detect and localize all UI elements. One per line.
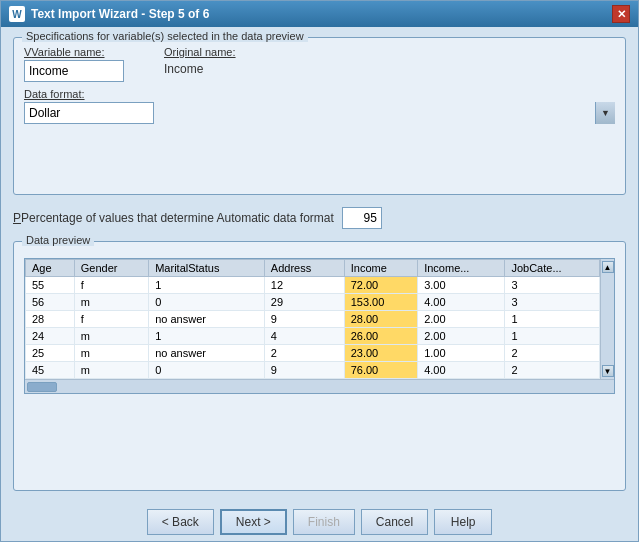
- variable-name-col: VVariable name:: [24, 46, 124, 82]
- column-header: Income: [344, 260, 417, 277]
- table-row: 28fno answer928.002.001: [26, 311, 600, 328]
- select-arrow-icon: ▼: [595, 102, 615, 124]
- spec-name-row: VVariable name: Original name: Income: [24, 46, 615, 82]
- data-table-container: AgeGenderMaritalStatusAddressIncomeIncom…: [24, 258, 615, 394]
- table-cell: no answer: [149, 345, 265, 362]
- original-name-value: Income: [164, 60, 236, 78]
- table-cell: 0: [149, 294, 265, 311]
- table-cell: 26.00: [344, 328, 417, 345]
- table-cell: 2.00: [418, 328, 505, 345]
- table-cell: 1: [149, 277, 265, 294]
- close-button[interactable]: ✕: [612, 5, 630, 23]
- table-cell: m: [74, 328, 148, 345]
- column-header: MaritalStatus: [149, 260, 265, 277]
- table-cell: 153.00: [344, 294, 417, 311]
- table-cell: m: [74, 362, 148, 379]
- table-cell: 4.00: [418, 294, 505, 311]
- table-cell: 3.00: [418, 277, 505, 294]
- table-row: 55f11272.003.003: [26, 277, 600, 294]
- table-cell: 1: [505, 311, 600, 328]
- original-name-col: Original name: Income: [164, 46, 236, 82]
- table-cell: 28: [26, 311, 75, 328]
- spec-spacer: [24, 124, 615, 184]
- table-cell: 2: [505, 362, 600, 379]
- table-cell: 3: [505, 294, 600, 311]
- table-cell: 45: [26, 362, 75, 379]
- data-format-select[interactable]: Dollar Numeric String Date Custom: [24, 102, 154, 124]
- original-name-label: Original name:: [164, 46, 236, 58]
- horizontal-scrollbar[interactable]: [25, 379, 614, 393]
- table-cell: 1.00: [418, 345, 505, 362]
- table-scroll-container: AgeGenderMaritalStatusAddressIncomeIncom…: [25, 259, 614, 379]
- titlebar: W Text Import Wizard - Step 5 of 6 ✕: [1, 1, 638, 27]
- table-cell: f: [74, 277, 148, 294]
- table-cell: 76.00: [344, 362, 417, 379]
- percentage-input[interactable]: [342, 207, 382, 229]
- table-row: 45m0976.004.002: [26, 362, 600, 379]
- back-button[interactable]: < Back: [147, 509, 214, 535]
- table-row: 25mno answer223.001.002: [26, 345, 600, 362]
- window-title: Text Import Wizard - Step 5 of 6: [31, 7, 209, 21]
- table-cell: 4.00: [418, 362, 505, 379]
- preview-group: Data preview AgeGenderMaritalStatusAddre…: [13, 241, 626, 491]
- table-cell: 2: [264, 345, 344, 362]
- next-button[interactable]: Next >: [220, 509, 287, 535]
- titlebar-left: W Text Import Wizard - Step 5 of 6: [9, 6, 209, 22]
- data-table: AgeGenderMaritalStatusAddressIncomeIncom…: [25, 259, 600, 379]
- scroll-down-button[interactable]: ▼: [602, 365, 614, 377]
- table-cell: 1: [149, 328, 265, 345]
- table-cell: no answer: [149, 311, 265, 328]
- table-cell: 9: [264, 362, 344, 379]
- table-cell: 0: [149, 362, 265, 379]
- specs-group-title: Specifications for variable(s) selected …: [22, 30, 308, 42]
- table-cell: 72.00: [344, 277, 417, 294]
- finish-button[interactable]: Finish: [293, 509, 355, 535]
- table-cell: 12: [264, 277, 344, 294]
- column-header: Gender: [74, 260, 148, 277]
- button-row: < Back Next > Finish Cancel Help: [1, 501, 638, 541]
- table-cell: 28.00: [344, 311, 417, 328]
- table-cell: 56: [26, 294, 75, 311]
- table-cell: 24: [26, 328, 75, 345]
- percentage-label: PPercentage of values that determine Aut…: [13, 211, 334, 225]
- table-cell: 23.00: [344, 345, 417, 362]
- table-row: 24m1426.002.001: [26, 328, 600, 345]
- data-format-label: Data format:: [24, 88, 615, 100]
- main-window: W Text Import Wizard - Step 5 of 6 ✕ Spe…: [0, 0, 639, 542]
- table-row: 56m029153.004.003: [26, 294, 600, 311]
- scroll-up-button[interactable]: ▲: [602, 261, 614, 273]
- column-header: Address: [264, 260, 344, 277]
- table-cell: 55: [26, 277, 75, 294]
- column-header: JobCate...: [505, 260, 600, 277]
- column-header: Income...: [418, 260, 505, 277]
- variable-name-input[interactable]: [24, 60, 124, 82]
- data-format-wrapper: Dollar Numeric String Date Custom ▼: [24, 102, 615, 124]
- table-main: AgeGenderMaritalStatusAddressIncomeIncom…: [25, 259, 600, 379]
- variable-name-label: VVariable name:: [24, 46, 124, 58]
- cancel-button[interactable]: Cancel: [361, 509, 428, 535]
- data-format-col: Data format: Dollar Numeric String Date …: [24, 88, 615, 124]
- content-area: Specifications for variable(s) selected …: [1, 27, 638, 501]
- table-cell: 2: [505, 345, 600, 362]
- table-cell: f: [74, 311, 148, 328]
- table-cell: m: [74, 294, 148, 311]
- table-cell: 25: [26, 345, 75, 362]
- table-cell: 29: [264, 294, 344, 311]
- table-cell: 2.00: [418, 311, 505, 328]
- specs-group: Specifications for variable(s) selected …: [13, 37, 626, 195]
- table-cell: 4: [264, 328, 344, 345]
- table-cell: 3: [505, 277, 600, 294]
- column-header: Age: [26, 260, 75, 277]
- help-button[interactable]: Help: [434, 509, 492, 535]
- preview-group-title: Data preview: [22, 234, 94, 246]
- table-cell: 9: [264, 311, 344, 328]
- table-cell: m: [74, 345, 148, 362]
- vertical-scrollbar[interactable]: ▲ ▼: [600, 259, 614, 379]
- percentage-row: PPercentage of values that determine Aut…: [13, 203, 626, 233]
- table-cell: 1: [505, 328, 600, 345]
- scroll-h-thumb[interactable]: [27, 382, 57, 392]
- window-icon: W: [9, 6, 25, 22]
